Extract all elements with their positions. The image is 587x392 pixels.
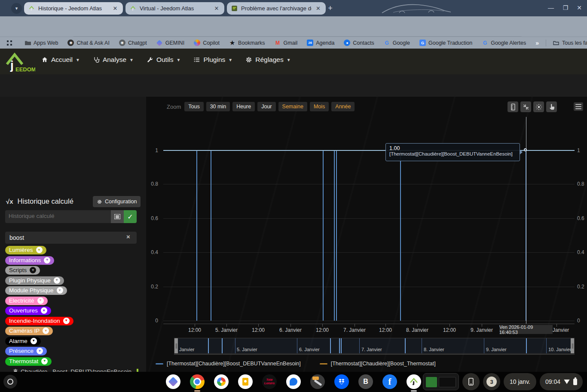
menu-analyse[interactable]: Analyse▼ [93, 56, 134, 64]
restore-button[interactable]: ❐ [561, 4, 570, 11]
bookmark-google[interactable]: GGoogle [384, 40, 410, 46]
compress-icon-button[interactable] [520, 101, 531, 112]
zoom-button-jour[interactable]: Jour [257, 102, 275, 111]
expand-arrow-icon[interactable]: ▼ [44, 257, 50, 263]
shelf-app-keep[interactable] [238, 374, 253, 389]
zoom-button-semaine[interactable]: Semaine [278, 102, 307, 111]
close-window-button[interactable]: ✕ [575, 4, 584, 11]
date-pill[interactable]: 10 janv. [504, 373, 536, 390]
all-bookmarks-folder[interactable]: Tous les favoris [553, 40, 587, 46]
status-tray[interactable]: 09:04 [540, 373, 583, 390]
phone-hub-button[interactable] [462, 373, 480, 390]
bookmark-chat-ask-ai[interactable]: ✳Chat & Ask AI [67, 40, 109, 46]
tab-3[interactable]: Problème avec l'archivage des✕ [227, 2, 326, 15]
tag-incendie-inondation[interactable]: Incendie-Inondation▼ [5, 317, 73, 325]
tab-close-icon[interactable]: ✕ [315, 5, 321, 12]
expand-arrow-icon[interactable]: ▼ [41, 358, 48, 364]
navigator-day-line [546, 338, 547, 354]
expand-arrow-icon[interactable]: ▼ [41, 307, 47, 314]
shelf-app-dropbox[interactable] [334, 374, 349, 389]
expand-arrow-icon[interactable]: ▼ [37, 348, 43, 354]
bookmark-bookmarks[interactable]: ★Bookmarks [229, 40, 265, 46]
tab-2[interactable]: Virtual - Jeedom Atlas✕ [125, 2, 224, 15]
zoom-button-heure[interactable]: Heure [232, 102, 255, 111]
tab-1[interactable]: Historique - Jeedom Atlas✕ [24, 2, 123, 15]
y-axis-label-right: 0.8 [577, 181, 587, 187]
minimize-button[interactable]: — [547, 4, 555, 11]
bookmark-copilot[interactable]: Copilot [194, 40, 220, 46]
tag-scripts[interactable]: Scripts▼ [5, 266, 40, 275]
shelf-app-gemini[interactable] [166, 374, 180, 389]
bookmark-gemini[interactable]: GEMINI [156, 40, 184, 46]
bookmark-gmail[interactable]: MGmail [275, 40, 298, 46]
list-select-button[interactable] [111, 210, 124, 223]
legend-item[interactable]: [Thermostat][Chaudière][Boost_DEBUTVanne… [156, 361, 301, 367]
launcher-button[interactable] [3, 375, 17, 389]
shelf-app-tele-loisirs[interactable]: TéléLoisirs [262, 374, 277, 389]
bookmark-google-traduction[interactable]: GGoogle Traduction [419, 40, 472, 46]
calculated-history-input[interactable] [5, 210, 111, 223]
bookmark-contacts[interactable]: ●Contacts [344, 40, 374, 46]
navigator-right-handle[interactable] [571, 338, 574, 354]
bookmark-google-alertes[interactable]: GGoogle Alertes [482, 40, 526, 46]
chart-menu-icon[interactable] [574, 102, 583, 111]
bookmarks-overflow-chevron[interactable]: » [535, 40, 539, 46]
shelf-app-messages[interactable] [286, 374, 301, 389]
tag-lumi-res[interactable]: Lumières▼ [5, 246, 46, 254]
zoom-button-tous[interactable]: Tous [184, 102, 203, 111]
expand-arrow-icon[interactable]: ▼ [43, 328, 49, 334]
tag-pr-sence[interactable]: Présence▼ [5, 347, 47, 355]
window-preview-thumbnail[interactable] [423, 373, 459, 390]
tag-electricit-[interactable]: Electricité▼ [5, 297, 48, 305]
ruler-icon-button[interactable] [508, 101, 518, 112]
tag-thermostat[interactable]: Thermostat▼ [5, 357, 52, 366]
zoom-button-mois[interactable]: Mois [310, 102, 329, 111]
menu-accueil[interactable]: Accueil▼ [41, 56, 80, 64]
new-tab-button[interactable]: + [325, 3, 336, 14]
legend-item[interactable]: [Thermostat][Chaudière][Boost_Thermostat… [320, 361, 436, 367]
bookmark-apps-web[interactable]: Apps Web [24, 40, 58, 46]
shelf-app-dev-tools[interactable] [310, 374, 325, 389]
menu-outils[interactable]: Outils▼ [147, 56, 181, 64]
tag-module-physique[interactable]: Module Physique▼ [5, 286, 67, 295]
shelf-app-photos[interactable] [214, 374, 229, 389]
tab-search-button[interactable]: ▾ [11, 3, 22, 14]
tag-informations[interactable]: Informations▼ [5, 256, 54, 265]
shelf-app-b-app[interactable]: B [358, 374, 373, 389]
navigator-left-handle[interactable] [174, 338, 178, 354]
hand-pointer-icon-button[interactable] [546, 101, 557, 112]
shelf-app-facebook[interactable]: f [382, 374, 397, 389]
notification-counter[interactable]: 3 [483, 373, 500, 390]
list-icon [193, 56, 200, 63]
expand-arrow-icon[interactable]: ▼ [57, 287, 63, 294]
expand-arrow-icon[interactable]: ▼ [63, 318, 70, 324]
configuration-button[interactable]: Configuration [93, 196, 141, 207]
bookmark-agenda[interactable]: 26Agenda [307, 40, 334, 46]
expand-arrow-icon[interactable]: ▼ [36, 247, 43, 253]
tag-ouvertures[interactable]: Ouvertures▼ [5, 306, 51, 315]
tag-cam-ras-ip[interactable]: Caméras IP▼ [5, 327, 53, 335]
search-input[interactable] [5, 232, 137, 244]
bookmark-chatgpt[interactable]: ✳Chatgpt [119, 40, 147, 46]
chart-navigator[interactable]: Janvier5. Janvier6. Janvier7. Janvier8. … [174, 338, 575, 354]
tag-plugin-physique[interactable]: Plugin Physique▼ [5, 276, 64, 285]
expand-arrow-icon[interactable]: ▼ [30, 267, 36, 273]
tab-close-icon[interactable]: ✕ [213, 5, 220, 12]
expand-arrow-icon[interactable]: ▼ [54, 277, 60, 284]
zoom-button-30-min[interactable]: 30 min [206, 102, 230, 111]
zoom-button-ann-e[interactable]: Année [331, 102, 355, 111]
jeedom-logo[interactable]: j EEDOM [4, 51, 35, 73]
tab-close-icon[interactable]: ✕ [112, 5, 119, 12]
expand-arrow-icon[interactable]: ▼ [31, 338, 37, 344]
menu-plugins[interactable]: Plugins▼ [193, 56, 232, 64]
shelf-app-jeedom[interactable] [407, 374, 421, 389]
brightness-icon-button[interactable] [533, 101, 544, 112]
expand-arrow-icon[interactable]: ▼ [37, 297, 44, 304]
tag-alarme[interactable]: Alarme▼ [5, 337, 41, 346]
clear-search-icon[interactable]: × [126, 233, 130, 240]
apps-grid-icon[interactable] [6, 40, 12, 46]
validate-button[interactable]: ✓ [124, 210, 137, 223]
navigator-spike [330, 338, 331, 354]
menu-réglages[interactable]: Réglages▼ [245, 56, 290, 64]
shelf-app-chrome[interactable] [190, 374, 205, 389]
